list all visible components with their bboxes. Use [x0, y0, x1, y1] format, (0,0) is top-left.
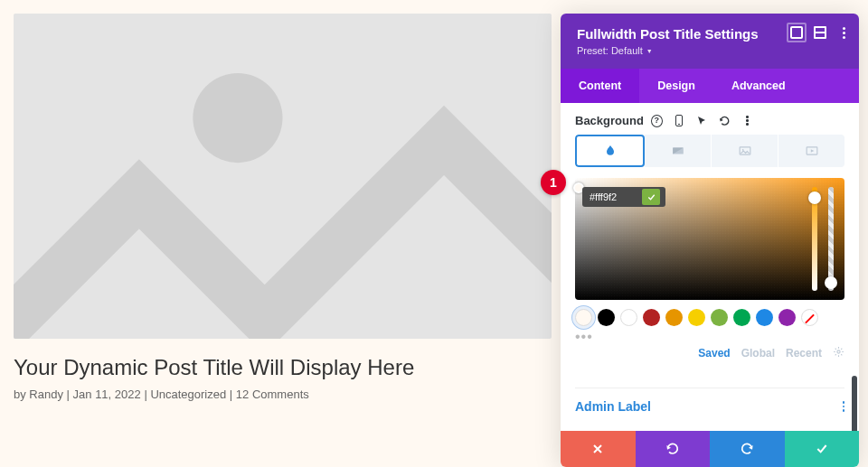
background-label: Background — [575, 114, 644, 127]
featured-image-placeholder — [14, 14, 552, 339]
swatch-none[interactable] — [801, 309, 818, 326]
swatch-black[interactable] — [598, 309, 615, 326]
wireframe-icon[interactable] — [814, 26, 826, 39]
scrollbar[interactable] — [852, 376, 857, 431]
image-placeholder-icon — [14, 14, 552, 339]
meta-sep: | — [230, 388, 236, 401]
meta-author: Randy — [29, 388, 63, 401]
swatch-more-icon[interactable]: ••• — [575, 332, 844, 342]
swatch-orange[interactable] — [665, 309, 683, 326]
action-bar — [561, 431, 859, 467]
reset-icon[interactable] — [719, 115, 731, 126]
swatch-blue[interactable] — [756, 309, 773, 326]
redo-button[interactable] — [710, 431, 785, 467]
alpha-handle[interactable] — [825, 276, 837, 289]
chevron-down-icon: ▼ — [646, 48, 653, 54]
swatch-yellow[interactable] — [688, 309, 705, 326]
meta-by: by — [14, 388, 26, 401]
post-meta: by Randy | Jan 11, 2022 | Uncategorized … — [14, 388, 552, 401]
bg-tab-gradient[interactable] — [645, 135, 712, 167]
swatch-green[interactable] — [733, 309, 750, 326]
palette-tab-recent[interactable]: Recent — [786, 347, 822, 360]
step-badge: 1 — [541, 170, 566, 195]
bg-tab-image[interactable] — [712, 135, 778, 167]
hex-input[interactable] — [590, 191, 635, 202]
panel-header: Fullwidth Post Title Settings Preset: De… — [561, 14, 859, 69]
meta-category: Uncategorized — [150, 388, 226, 401]
preset-dropdown[interactable]: Preset: Default ▼ — [577, 45, 653, 56]
background-type-tabs — [575, 135, 844, 167]
palette-tabs: Saved Global Recent — [575, 346, 844, 360]
meta-date: Jan 11, 2022 — [73, 388, 141, 401]
save-button[interactable] — [785, 431, 860, 467]
color-picker: ••• Saved Global Recent — [575, 178, 844, 360]
svg-point-1 — [193, 73, 282, 163]
palette-settings-icon[interactable] — [833, 346, 844, 360]
bg-tab-color[interactable] — [575, 135, 645, 167]
help-icon[interactable]: ? — [651, 115, 663, 126]
swatch-white[interactable] — [620, 309, 637, 326]
palette-tab-global[interactable]: Global — [741, 347, 775, 360]
swatch-lime[interactable] — [711, 309, 728, 326]
swatch-red[interactable] — [643, 309, 660, 326]
hex-confirm-button[interactable] — [642, 189, 660, 205]
alpha-slider[interactable] — [828, 187, 834, 291]
meta-comments: 12 Comments — [236, 388, 309, 401]
admin-more-icon[interactable] — [843, 401, 845, 412]
panel-body: Background ? — [561, 103, 859, 431]
more-icon[interactable] — [837, 26, 850, 39]
swatch-current[interactable] — [575, 309, 592, 326]
settings-panel: Fullwidth Post Title Settings Preset: De… — [561, 14, 859, 467]
admin-label-toggle[interactable]: Admin Label — [575, 399, 651, 414]
close-button[interactable] — [561, 431, 636, 467]
palette-tab-saved[interactable]: Saved — [698, 347, 730, 360]
tab-advanced[interactable]: Advanced — [713, 69, 804, 103]
post-preview: Your Dynamic Post Title Will Display Her… — [14, 14, 552, 401]
preset-label: Preset: Default — [577, 45, 643, 56]
color-field[interactable] — [575, 178, 844, 300]
phone-icon[interactable] — [674, 115, 685, 126]
bg-tab-video[interactable] — [778, 135, 844, 167]
svg-point-6 — [837, 350, 840, 353]
tab-design[interactable]: Design — [639, 69, 713, 103]
undo-button[interactable] — [636, 431, 711, 467]
post-title: Your Dynamic Post Title Will Display Her… — [14, 355, 552, 380]
swatch-purple[interactable] — [778, 309, 796, 326]
panel-tabs: Content Design Advanced — [561, 69, 859, 103]
hue-handle[interactable] — [808, 191, 821, 204]
meta-sep: | — [67, 388, 73, 401]
more-options-icon[interactable] — [741, 115, 753, 126]
hex-chip — [582, 187, 665, 207]
hue-slider[interactable] — [812, 187, 817, 291]
swatch-row — [575, 309, 844, 326]
admin-label-section: Admin Label — [575, 388, 844, 421]
snap-icon[interactable] — [790, 26, 803, 39]
hover-icon[interactable] — [696, 115, 708, 126]
tab-content[interactable]: Content — [561, 69, 639, 103]
